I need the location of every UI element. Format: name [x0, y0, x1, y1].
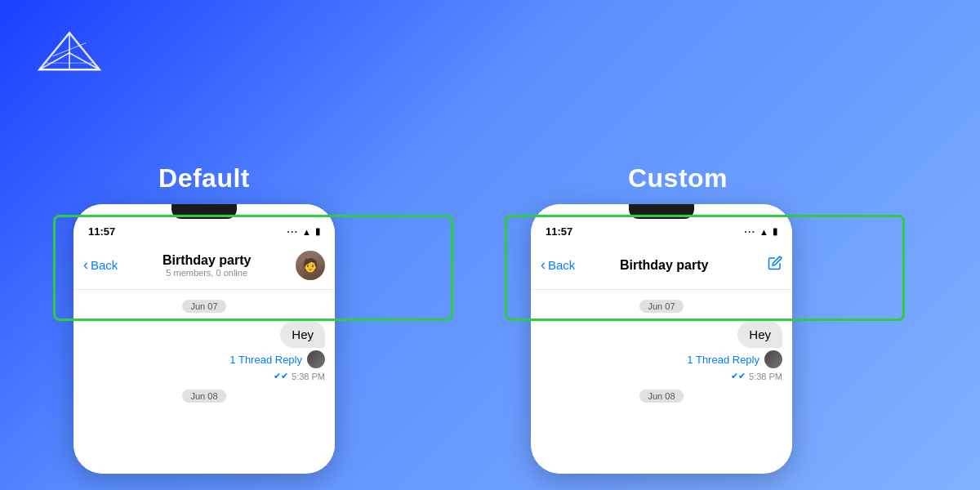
chevron-icon-default: ‹: [83, 256, 88, 274]
chevron-icon-custom: ‹: [541, 256, 546, 274]
battery-icon-custom: ▮: [773, 226, 777, 237]
reply-avatar-default: [307, 350, 325, 368]
message-bubble-custom-1: Hey: [737, 321, 782, 348]
nav-avatar-default[interactable]: 🧑: [296, 251, 325, 280]
dots-icon-custom: ···: [744, 225, 755, 238]
msg-meta-custom: ✔✔ 5:38 PM: [731, 371, 782, 381]
message-row-custom-1: Hey 1 Thread Reply ✔✔ 5:38 PM: [541, 321, 782, 381]
logo: [33, 23, 106, 88]
nav-title-default: Birthday party: [124, 252, 289, 268]
thread-reply-row-default[interactable]: 1 Thread Reply: [229, 350, 325, 368]
battery-icon-default: ▮: [315, 226, 320, 237]
thread-reply-text-custom: 1 Thread Reply: [687, 354, 760, 366]
nav-subtitle-default: 5 members, 0 online: [124, 268, 289, 278]
wifi-icon-custom: ▲: [760, 227, 768, 237]
chat-area-default: Jun 07 Hey 1 Thread Reply ✔✔ 5:38 PM Jun…: [74, 290, 335, 474]
nav-bar-default: ‹ Back Birthday party 5 members, 0 onlin…: [74, 241, 335, 290]
checkmarks-default: ✔✔: [274, 371, 288, 381]
label-default: Default: [158, 163, 250, 194]
message-row-default-1: Hey 1 Thread Reply ✔✔ 5:38 PM: [83, 321, 325, 381]
nav-title-custom: Birthday party: [581, 257, 746, 273]
edit-icon-custom[interactable]: [753, 256, 782, 274]
label-custom: Custom: [628, 163, 728, 194]
date-chip-2-custom: Jun 08: [639, 390, 683, 403]
message-bubble-default-1: Hey: [280, 321, 325, 348]
date-chip-2-default: Jun 08: [182, 390, 225, 403]
svg-line-2: [69, 53, 100, 69]
status-bar-custom: 11:57 ··· ▲ ▮: [531, 219, 792, 241]
time-default: 11:57: [88, 225, 115, 238]
time-custom: 11:57: [546, 225, 572, 238]
thread-reply-row-custom[interactable]: 1 Thread Reply: [687, 350, 782, 368]
nav-bar-custom: ‹ Back Birthday party: [531, 241, 792, 290]
status-bar-default: 11:57 ··· ▲ ▮: [74, 219, 335, 241]
phone-custom: 11:57 ··· ▲ ▮ ‹ Back Birthday party: [531, 204, 792, 474]
chat-area-custom: Jun 07 Hey 1 Thread Reply ✔✔ 5:38 PM Jun…: [531, 290, 792, 474]
phone-default: 11:57 ··· ▲ ▮ ‹ Back Birthday party 5 me…: [74, 204, 335, 474]
wifi-icon-default: ▲: [302, 227, 311, 237]
msg-meta-default: ✔✔ 5:38 PM: [274, 371, 325, 381]
dots-icon-default: ···: [287, 225, 298, 238]
date-chip-1-default: Jun 07: [182, 300, 225, 313]
back-button-default[interactable]: ‹ Back: [83, 256, 118, 274]
back-button-custom[interactable]: ‹ Back: [541, 256, 575, 274]
thread-reply-text-default: 1 Thread Reply: [229, 354, 302, 366]
checkmarks-custom: ✔✔: [731, 371, 746, 381]
date-chip-1-custom: Jun 07: [639, 300, 683, 313]
reply-avatar-custom: [764, 350, 782, 368]
